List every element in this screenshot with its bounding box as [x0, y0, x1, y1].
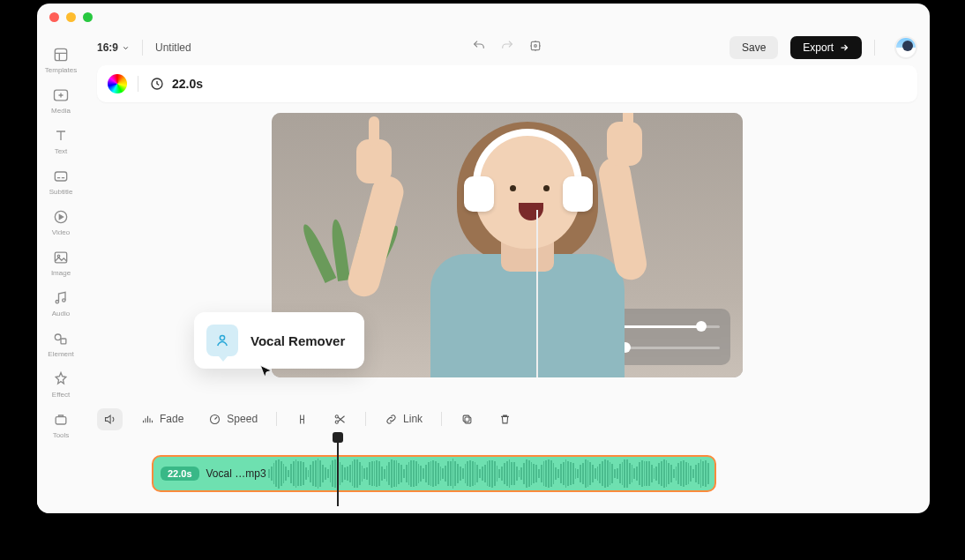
cursor-pointer: [258, 363, 275, 385]
chevron-down-icon: [122, 44, 130, 52]
effect-icon: [52, 370, 70, 388]
svg-rect-20: [465, 417, 471, 423]
fade-icon: [141, 413, 154, 426]
sidebar-item-text[interactable]: Text: [52, 127, 70, 155]
playhead[interactable]: [337, 434, 339, 506]
sidebar-item-subtitle[interactable]: Subtitle: [49, 168, 73, 196]
sidebar-item-label: Templates: [45, 66, 77, 74]
arrow-right-icon: [839, 42, 849, 53]
cut-button[interactable]: [327, 408, 353, 430]
link-icon: [385, 413, 398, 426]
window-minimize-dot[interactable]: [66, 12, 76, 22]
sidebar-item-tools[interactable]: Tools: [52, 411, 70, 439]
tooltip-label: Vocal Remover: [251, 333, 345, 348]
separator: [142, 40, 143, 56]
music-volume-slider[interactable]: [619, 347, 720, 349]
sidebar-item-label: Element: [48, 350, 73, 358]
trash-icon: [498, 413, 512, 426]
sidebar-item-label: Text: [55, 147, 68, 155]
image-icon: [52, 249, 70, 266]
export-button[interactable]: Export: [790, 36, 862, 59]
svg-rect-9: [61, 339, 66, 344]
clip-duration-badge: 22.0s: [161, 467, 199, 481]
svg-rect-11: [531, 41, 539, 49]
app-window: Templates Media Text Subtitle Video Imag…: [37, 4, 930, 513]
copy-button[interactable]: [454, 408, 480, 430]
timeline[interactable]: 22.0s Vocal …mp3: [85, 434, 930, 513]
sidebar-item-label: Subtitle: [49, 188, 73, 196]
color-picker[interactable]: [108, 74, 127, 93]
svg-point-7: [63, 299, 65, 302]
sidebar-item-audio[interactable]: Audio: [52, 289, 70, 317]
speed-label: Speed: [227, 413, 258, 425]
vocal-remover-tooltip[interactable]: Vocal Remover: [194, 312, 364, 369]
clip-filename: Vocal …mp3: [206, 467, 266, 480]
separator: [365, 412, 366, 426]
titlebar: [37, 4, 930, 30]
sidebar-item-label: Audio: [52, 310, 70, 317]
svg-point-6: [56, 301, 58, 303]
body-area: Templates Media Text Subtitle Video Imag…: [37, 30, 930, 513]
link-label: Link: [403, 413, 423, 425]
sidebar-item-video[interactable]: Video: [52, 208, 70, 236]
separator: [276, 412, 277, 426]
audio-clip[interactable]: 22.0s Vocal …mp3: [152, 455, 716, 492]
sidebar-item-label: Video: [52, 228, 70, 236]
canvas-area: Vocal Remover: [85, 109, 930, 397]
templates-icon: [52, 46, 70, 63]
separator: [138, 76, 138, 92]
audio-icon: [52, 289, 70, 307]
split-button[interactable]: [289, 408, 315, 430]
user-avatar[interactable]: [894, 36, 917, 59]
cursor-icon: [258, 363, 275, 381]
save-button[interactable]: Save: [729, 36, 778, 59]
sidebar-item-templates[interactable]: Templates: [45, 46, 77, 74]
clip-toolbar: Fade Speed Link: [85, 404, 930, 434]
window-close-dot[interactable]: [49, 12, 59, 22]
clock-icon: [149, 76, 165, 92]
topbar: 16:9 Untitled Save Export: [85, 30, 930, 65]
sidebar-item-label: Effect: [52, 391, 70, 399]
subtitle-icon: [52, 168, 70, 185]
delete-button[interactable]: [492, 408, 518, 430]
vocal-remover-icon: [206, 325, 238, 356]
export-label: Export: [803, 41, 834, 54]
aspect-ratio-selector[interactable]: 16:9: [97, 41, 130, 54]
person-icon: [214, 332, 230, 348]
separator: [874, 40, 875, 56]
undo-button[interactable]: [472, 39, 486, 56]
infobar: 22.0s: [97, 65, 917, 102]
video-icon: [52, 208, 70, 226]
sidebar-item-image[interactable]: Image: [51, 249, 71, 277]
fade-label: Fade: [160, 413, 183, 425]
crop-button[interactable]: [528, 39, 542, 56]
waveform: [268, 460, 709, 487]
duration-value: 22.0s: [172, 77, 203, 91]
svg-rect-4: [55, 252, 66, 263]
text-icon: [52, 127, 70, 145]
sidebar-item-label: Tools: [53, 431, 70, 439]
svg-rect-2: [55, 172, 66, 181]
split-icon: [295, 413, 309, 426]
fade-button[interactable]: Fade: [135, 408, 190, 430]
sidebar-item-media[interactable]: Media: [51, 86, 71, 115]
window-zoom-dot[interactable]: [83, 12, 93, 22]
volume-button[interactable]: [97, 408, 123, 430]
undo-icon: [472, 39, 486, 53]
link-button[interactable]: Link: [378, 408, 429, 430]
redo-icon: [500, 39, 514, 53]
document-title[interactable]: Untitled: [155, 41, 191, 54]
redo-button[interactable]: [500, 39, 514, 56]
sidebar-item-label: Image: [51, 269, 71, 277]
scissors-icon: [333, 413, 347, 426]
sidebar-item-effect[interactable]: Effect: [52, 370, 70, 399]
mic-volume-slider[interactable]: [619, 325, 720, 328]
speaker-icon: [103, 413, 116, 426]
sidebar: Templates Media Text Subtitle Video Imag…: [37, 30, 85, 513]
aspect-ratio-label: 16:9: [97, 41, 118, 54]
tools-icon: [52, 411, 70, 429]
sidebar-item-element[interactable]: Element: [48, 330, 73, 358]
svg-rect-0: [55, 49, 66, 60]
duration-control[interactable]: 22.0s: [149, 76, 203, 92]
speed-button[interactable]: Speed: [202, 408, 264, 430]
